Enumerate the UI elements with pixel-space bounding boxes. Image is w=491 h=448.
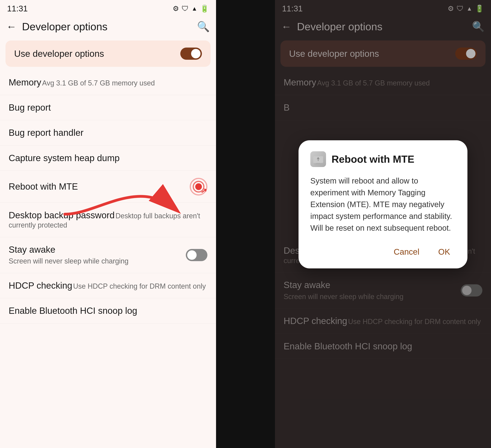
dialog-icon xyxy=(310,151,326,167)
settings-icon: ⚙ xyxy=(173,5,179,13)
left-desktop-backup-item[interactable]: Desktop backup password Desktop full bac… xyxy=(0,203,216,237)
left-dev-options-toggle[interactable] xyxy=(180,48,202,60)
left-bug-report-item[interactable]: Bug report xyxy=(0,95,216,120)
left-status-time: 11:31 xyxy=(7,4,28,13)
left-reboot-mte-title: Reboot with MTE xyxy=(9,181,78,192)
dialog-title: Reboot with MTE xyxy=(331,153,415,165)
center-divider xyxy=(216,0,275,448)
left-dev-options-banner[interactable]: Use developer options xyxy=(6,40,210,67)
dialog-overlay: Reboot with MTE System will reboot and a… xyxy=(275,0,491,448)
left-hdcp-item[interactable]: HDCP checking Use HDCP checking for DRM … xyxy=(0,273,216,298)
left-search-button[interactable]: 🔍 xyxy=(197,21,210,33)
left-bug-report-handler-title: Bug report handler xyxy=(9,127,84,138)
left-settings-list: Memory Avg 3.1 GB of 5.7 GB memory used … xyxy=(0,70,216,448)
right-panel: 11:31 ⚙ 🛡 ▲ 🔋 ← Developer options 🔍 Use … xyxy=(275,0,491,448)
left-toggle-thumb xyxy=(191,49,200,58)
left-capture-heap-item[interactable]: Capture system heap dump xyxy=(0,146,216,171)
dialog-header: Reboot with MTE xyxy=(310,151,456,167)
wifi-icon: ▲ xyxy=(191,5,197,12)
left-status-icons: ⚙ 🛡 ▲ 🔋 xyxy=(173,5,209,13)
left-reboot-mte-item[interactable]: Reboot with MTE ↗ xyxy=(0,171,216,203)
left-hdcp-subtitle: Use HDCP checking for DRM content only xyxy=(73,282,206,290)
left-stay-awake-title: Stay awake xyxy=(9,244,128,255)
left-bluetooth-title: Enable Bluetooth HCI snoop log xyxy=(9,305,137,316)
left-memory-title: Memory xyxy=(9,77,41,87)
left-memory-item[interactable]: Memory Avg 3.1 GB of 5.7 GB memory used xyxy=(0,70,216,95)
dialog-ok-button[interactable]: OK xyxy=(433,244,456,260)
reboot-icon-svg xyxy=(312,153,324,165)
dialog-cancel-button[interactable]: Cancel xyxy=(388,244,425,260)
dialog-buttons: Cancel OK xyxy=(310,244,456,260)
left-capture-heap-title: Capture system heap dump xyxy=(9,153,120,163)
reboot-mte-dialog: Reboot with MTE System will reboot and a… xyxy=(299,140,467,268)
left-stay-awake-thumb xyxy=(187,250,197,260)
left-status-bar: 11:31 ⚙ 🛡 ▲ 🔋 xyxy=(0,0,216,16)
battery-icon: 🔋 xyxy=(200,5,209,13)
click-indicator-icon: ↗ xyxy=(190,178,208,196)
cursor-icon: ↗ xyxy=(200,186,208,196)
left-page-title: Developer options xyxy=(22,20,191,33)
left-panel: 11:31 ⚙ 🛡 ▲ 🔋 ← Developer options 🔍 Use … xyxy=(0,0,216,448)
left-dev-options-label: Use developer options xyxy=(14,48,104,59)
left-stay-awake-item[interactable]: Stay awake Screen will never sleep while… xyxy=(0,237,216,273)
left-app-bar: ← Developer options 🔍 xyxy=(0,16,216,37)
svg-rect-3 xyxy=(314,164,322,164)
left-bluetooth-item[interactable]: Enable Bluetooth HCI snoop log xyxy=(0,298,216,324)
dialog-body: System will reboot and allow to experime… xyxy=(310,175,456,234)
left-back-button[interactable]: ← xyxy=(6,21,17,32)
left-bug-report-title: Bug report xyxy=(9,102,51,113)
left-stay-awake-toggle[interactable] xyxy=(186,249,208,261)
left-hdcp-title: HDCP checking xyxy=(9,280,72,291)
left-bug-report-handler-item[interactable]: Bug report handler xyxy=(0,120,216,145)
security-icon: 🛡 xyxy=(182,5,189,13)
left-memory-subtitle: Avg 3.1 GB of 5.7 GB memory used xyxy=(42,79,155,87)
left-stay-awake-subtitle: Screen will never sleep while charging xyxy=(9,257,128,266)
left-desktop-backup-title: Desktop backup password xyxy=(9,210,115,220)
